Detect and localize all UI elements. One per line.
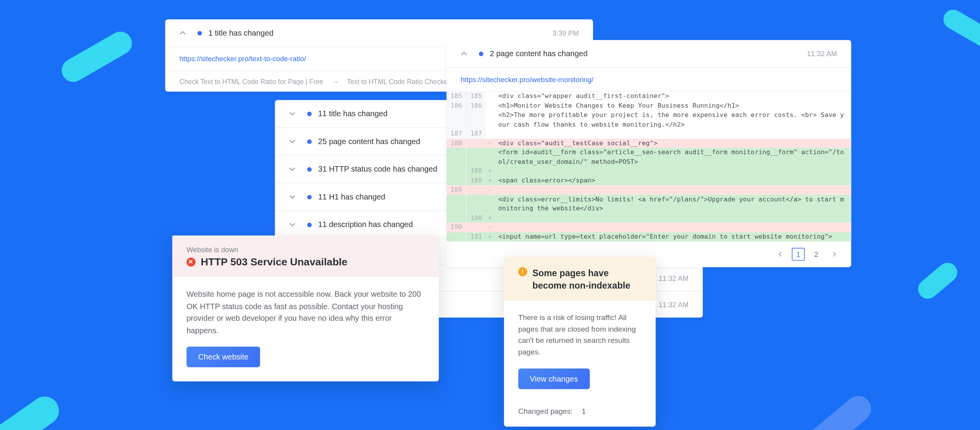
error-icon: ✕: [186, 258, 195, 267]
page-next-button[interactable]: [828, 248, 841, 261]
line-number-left: [447, 232, 466, 241]
diff-code: <span class=error></span>: [494, 176, 851, 185]
website-down-alert: Website is down ✕ HTTP 503 Service Unava…: [172, 236, 439, 382]
line-number-left: 185: [447, 92, 466, 101]
footer-label: Changed pages:: [518, 407, 573, 415]
diff-line: <h2>The more profitable your project is,…: [447, 110, 851, 129]
panel-title: 2 page content has changed: [490, 49, 587, 58]
diff-sign: -: [485, 138, 494, 148]
diff-line: 191+<input name=url type=text placeholde…: [447, 232, 851, 241]
line-number-left: 190: [447, 223, 466, 232]
diff-code: <div class="wrapper audit__first-contain…: [494, 92, 851, 101]
line-number-left: 187: [447, 129, 466, 138]
diff-line: <form id=audit__form class="article__seo…: [447, 148, 851, 167]
row-time: 11:32 AM: [658, 301, 688, 308]
diff-line: 188+: [447, 167, 851, 176]
page-number-current[interactable]: 1: [792, 248, 805, 261]
diff-line: 189-: [447, 185, 851, 194]
diff-code-block: 185185<div class="wrapper audit__first-c…: [447, 92, 851, 242]
diff-sign: [485, 110, 494, 129]
line-number-left: 186: [447, 101, 466, 110]
diff-line: 185185<div class="wrapper audit__first-c…: [447, 92, 851, 101]
line-number-left: 188: [447, 138, 466, 148]
panel-time: 11:32 AM: [807, 50, 837, 57]
diff-sign: [485, 92, 494, 101]
diff-code: [494, 129, 851, 138]
line-number-right: [466, 110, 485, 129]
row-time: 11:32 AM: [658, 274, 688, 282]
status-dot-icon: [198, 31, 202, 35]
diff-code: <h1>Monitor Website Changes to Keep Your…: [494, 101, 851, 110]
diff-code: [494, 167, 851, 176]
alert-description: There is a risk of losing traffic! All p…: [518, 312, 641, 358]
diff-sign: [485, 129, 494, 138]
panel-header[interactable]: 2 page content has changed 11:32 AM: [447, 40, 851, 68]
diff-sign: +: [485, 176, 494, 185]
line-number-left: [447, 176, 466, 185]
chevron-down-icon: [289, 221, 296, 228]
diff-line: <div class=error__limits>No limits! <a h…: [447, 194, 851, 213]
footer-value: 1: [582, 407, 586, 415]
diff-sign: -: [485, 185, 494, 194]
decor-shape: [940, 6, 980, 52]
non-indexable-alert: ! Some pages have become non-indexable T…: [504, 257, 656, 427]
chevron-up-icon: [461, 50, 468, 57]
diff-line: 186186<h1>Monitor Website Changes to Kee…: [447, 101, 851, 110]
line-number-right: 187: [466, 129, 485, 138]
status-dot-icon: [307, 194, 312, 199]
line-number-left: [447, 110, 466, 129]
diff-line: 187187: [447, 129, 851, 138]
status-dot-icon: [307, 139, 312, 144]
warning-icon: !: [518, 267, 527, 276]
diff-code: <div class=error__limits>No limits! <a h…: [494, 194, 851, 213]
line-number-right: 190: [466, 213, 485, 223]
diff-sign: [485, 148, 494, 167]
diff-code: <input name=url type=text placeholder="E…: [494, 232, 851, 241]
line-number-right: 185: [466, 92, 485, 101]
diff-line: 190-: [447, 223, 851, 232]
diff-code: <h2>The more profitable your project is,…: [494, 110, 851, 129]
line-number-right: [466, 194, 485, 213]
alert-header: ! Some pages have become non-indexable: [504, 257, 656, 301]
old-title: Check Text to HTML Code Ratio for Page |…: [179, 77, 325, 85]
page-prev-button[interactable]: [774, 248, 787, 261]
status-dot-icon: [307, 167, 312, 172]
alert-title-text: Some pages have become non-indexable: [532, 267, 641, 292]
diff-code: [494, 213, 851, 223]
row-label: 11 description has changed: [318, 220, 413, 229]
diff-line: 190+: [447, 213, 851, 223]
chevron-down-icon: [289, 138, 296, 145]
content-diff-panel: 2 page content has changed 11:32 AM http…: [447, 40, 851, 267]
decor-shape: [57, 28, 136, 86]
page-number[interactable]: 2: [810, 248, 823, 261]
diff-sign: +: [485, 213, 494, 223]
alert-subtitle: Website is down: [186, 246, 425, 254]
diff-sign: [485, 194, 494, 213]
status-dot-icon: [479, 51, 483, 56]
line-number-right: 191: [466, 232, 485, 241]
alert-description: Website home page is not accessible now.…: [186, 289, 425, 337]
alert-header: Website is down ✕ HTTP 503 Service Unava…: [172, 236, 439, 277]
alert-title-text: HTTP 503 Service Unavailable: [201, 256, 347, 268]
status-dot-icon: [307, 111, 312, 116]
view-changes-button[interactable]: View changes: [518, 368, 590, 389]
check-website-button[interactable]: Check website: [186, 347, 260, 367]
decor-shape: [805, 390, 876, 430]
diff-line: 189+<span class=error></span>: [447, 176, 851, 185]
panel-time: 3:39 PM: [552, 29, 579, 37]
row-label: 11 H1 has changed: [318, 192, 385, 201]
alert-footer: Changed pages: 1: [504, 403, 656, 427]
diff-sign: +: [485, 167, 494, 176]
diff-line: 188-<div class="audit__testCase social__…: [447, 138, 851, 148]
diff-sign: [485, 101, 494, 110]
diff-code: <div class="audit__testCase social__reg"…: [494, 138, 851, 148]
line-number-left: [447, 148, 466, 167]
decor-shape: [0, 391, 65, 430]
diff-code: [494, 223, 851, 232]
diff-code: <form id=audit__form class="article__seo…: [494, 148, 851, 167]
panel-url[interactable]: https://sitechecker.pro/website-monitori…: [447, 68, 851, 92]
chevron-up-icon: [179, 30, 186, 36]
line-number-right: 188: [466, 167, 485, 176]
line-number-right: 186: [466, 101, 485, 110]
row-label: 25 page content has changed: [318, 137, 420, 146]
